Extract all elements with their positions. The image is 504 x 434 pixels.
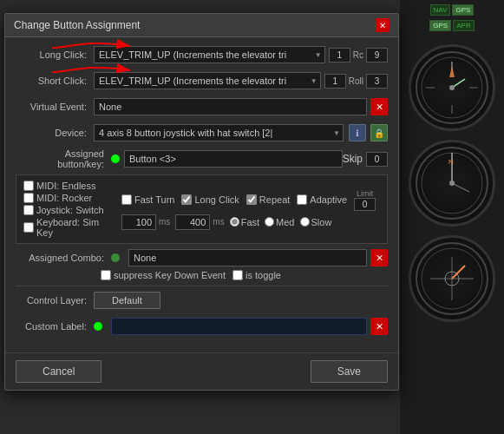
assigned-combo-control — [128, 249, 367, 266]
assigned-button-label: Assigned button/key: — [16, 148, 111, 169]
suppress-item[interactable]: suppress Key Down Event — [101, 270, 226, 280]
midi-rocker-checkbox[interactable] — [23, 193, 34, 203]
slow-radio[interactable] — [300, 217, 310, 227]
gps-label2: GPS — [429, 20, 451, 31]
long-click-spin3[interactable] — [366, 48, 388, 62]
device-select[interactable]: 4 axis 8 button joystick with hat switch… — [94, 124, 344, 141]
long-click-spin2-label: Rc — [353, 50, 363, 60]
custom-label-indicator — [94, 322, 102, 331]
midi-endless-label: MIDI: Endless — [36, 181, 95, 191]
instrument-3 — [409, 235, 495, 322]
control-layer-button[interactable]: Default — [94, 292, 160, 309]
fast-turn-checkbox[interactable] — [121, 194, 132, 205]
repeat-checkbox[interactable] — [246, 194, 257, 205]
speed-radio-group: Fast Med Slow — [230, 217, 332, 227]
instrument-2: N — [409, 140, 495, 227]
device-row: Device: 4 axis 8 button joystick with ha… — [16, 122, 388, 143]
long-click-select[interactable]: ELEV_TRIM_UP (Increments the elevator tr… — [94, 46, 325, 63]
adaptive-checkbox[interactable] — [297, 194, 307, 205]
midi-rocker-label: MIDI: Rocker — [36, 193, 92, 203]
limit-input[interactable] — [354, 198, 376, 211]
assigned-button-input[interactable] — [124, 150, 343, 168]
custom-label-control — [111, 318, 367, 335]
panel-labels-bottom: GPS APR — [429, 20, 474, 31]
midi-endless-checkbox[interactable] — [23, 181, 34, 191]
midi-endless-item[interactable]: MIDI: Endless — [23, 181, 115, 191]
short-click-row: Short Click: ELEV_TRIM_UP (Increments th… — [16, 70, 388, 91]
combo-sub-row: suppress Key Down Event is toggle — [101, 270, 388, 280]
joystick-switch-item[interactable]: Joystick: Switch — [23, 205, 115, 215]
svg-point-11 — [449, 181, 455, 186]
skip-label: Skip — [343, 153, 363, 165]
svg-text:N: N — [448, 158, 454, 166]
ms2-label: ms — [213, 217, 224, 227]
long-click-option-item[interactable]: Long Click — [181, 194, 239, 205]
device-lock-button[interactable]: 🔒 — [370, 124, 388, 141]
assigned-button-control — [124, 150, 343, 168]
assigned-combo-row: Assigned Combo: ✕ — [16, 249, 388, 266]
divider — [16, 286, 388, 286]
ms1-group: ms — [121, 214, 170, 230]
ms2-input[interactable] — [175, 214, 210, 230]
long-click-row: Long Click: ELEV_TRIM_UP (Increments the… — [16, 44, 388, 65]
keyboard-simkey-item[interactable]: Keyboard: Sim Key — [23, 217, 115, 238]
long-click-option-checkbox[interactable] — [181, 194, 192, 205]
skip-input[interactable] — [366, 152, 388, 167]
device-info-button[interactable]: ℹ — [349, 124, 366, 141]
skip-group: Skip — [343, 152, 388, 167]
options-row: MIDI: Endless MIDI: Rocker Joystick: Swi… — [23, 181, 380, 238]
custom-label-input[interactable] — [111, 318, 367, 335]
custom-label-clear-button[interactable]: ✕ — [370, 318, 388, 335]
keyboard-simkey-checkbox[interactable] — [23, 222, 34, 233]
virtual-event-label: Virtual Event: — [16, 102, 94, 112]
device-label: Device: — [16, 128, 94, 138]
control-layer-label: Control Layer: — [16, 295, 94, 306]
suppress-label: suppress Key Down Event — [114, 270, 226, 280]
repeat-item[interactable]: Repeat — [246, 194, 290, 205]
short-click-control: ELEV_TRIM_UP (Increments the elevator tr… — [94, 72, 321, 89]
dialog-title-bar: Change Button Assignment ✕ — [5, 14, 398, 37]
midi-rocker-item[interactable]: MIDI: Rocker — [23, 193, 115, 203]
svg-marker-5 — [449, 66, 455, 77]
instrument-1 — [409, 44, 495, 131]
ms1-input[interactable] — [121, 214, 156, 230]
dialog-close-button[interactable]: ✕ — [376, 18, 389, 32]
ms2-group: ms — [175, 214, 224, 230]
virtual-event-clear-button[interactable]: ✕ — [370, 98, 388, 115]
short-click-label: Short Click: — [16, 76, 94, 86]
is-toggle-item[interactable]: is toggle — [232, 270, 281, 280]
dialog-body: Long Click: ELEV_TRIM_UP (Increments the… — [5, 37, 398, 349]
med-radio[interactable] — [265, 217, 274, 227]
virtual-event-control — [94, 98, 367, 115]
limit-group: Limit — [354, 189, 376, 211]
save-button[interactable]: Save — [311, 360, 388, 383]
repeat-label: Repeat — [259, 194, 290, 205]
short-click-spin-group: Roll — [324, 74, 388, 89]
joystick-switch-checkbox[interactable] — [23, 205, 34, 215]
fast-radio[interactable] — [230, 217, 239, 227]
limit-label: Limit — [357, 189, 373, 198]
right-options: Fast Turn Long Click Repeat Adaptiv — [121, 189, 380, 230]
short-click-select[interactable]: ELEV_TRIM_UP (Increments the elevator tr… — [94, 72, 321, 89]
nav-label: NAV — [430, 4, 451, 16]
fast-turn-item[interactable]: Fast Turn — [121, 194, 174, 205]
device-right-icons: ℹ 🔒 — [347, 124, 388, 141]
cancel-button[interactable]: Cancel — [16, 360, 101, 383]
virtual-event-input[interactable] — [94, 98, 367, 115]
suppress-checkbox[interactable] — [101, 270, 111, 280]
long-click-option-label: Long Click — [194, 194, 239, 205]
short-click-spin1[interactable] — [324, 74, 346, 89]
fast-radio-item[interactable]: Fast — [230, 217, 259, 227]
joystick-switch-label: Joystick: Switch — [36, 205, 104, 215]
options-bottom-row: ms ms Fast — [121, 214, 380, 230]
short-click-spin3[interactable] — [366, 74, 388, 89]
assigned-combo-input[interactable] — [128, 249, 367, 266]
fast-turn-label: Fast Turn — [134, 194, 174, 205]
assigned-combo-clear-button[interactable]: ✕ — [370, 249, 388, 266]
is-toggle-checkbox[interactable] — [232, 270, 243, 280]
adaptive-item[interactable]: Adaptive — [297, 194, 347, 205]
long-click-spin1[interactable] — [329, 48, 350, 62]
instrument-panel: NAV GPS GPS APR N — [400, 0, 504, 434]
med-radio-item[interactable]: Med — [265, 217, 294, 227]
slow-radio-item[interactable]: Slow — [300, 217, 332, 227]
